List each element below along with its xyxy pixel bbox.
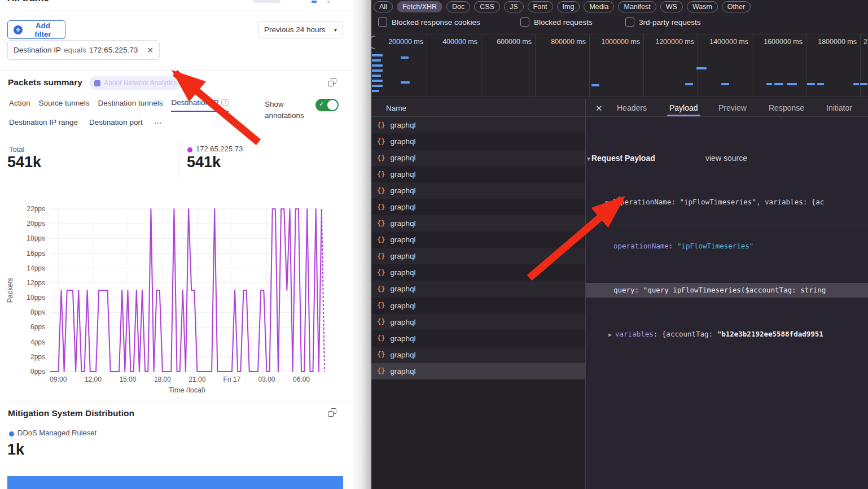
time-range-select[interactable]: Previous 24 hours ▾ [258,21,343,38]
svg-text:21:00: 21:00 [188,376,205,383]
network-request-row[interactable]: {}graphql [371,117,585,133]
waterfall-request-dash [860,83,867,85]
triangle-down-icon: ▼ [586,156,591,162]
book-icon [94,80,100,86]
third-party-requests-checkbox[interactable]: 3rd-party requests [625,18,701,27]
svg-text:10pps: 10pps [27,294,45,302]
request-name: graphql [390,137,415,146]
filter-pill-fetch-xhr[interactable]: Fetch/XHR [397,1,442,12]
analytics-panel: All traffic + Add filter Previous 24 hou… [0,0,371,489]
copy-panel-icon[interactable] [328,408,336,417]
show-annotations-toggle[interactable]: ✓ [315,99,339,111]
svg-text:20pps: 20pps [27,220,45,228]
request-name: graphql [390,334,415,343]
request-name: graphql [390,219,415,228]
triangle-right-icon: ▶ [608,331,615,338]
add-filter-button[interactable]: + Add filter [7,20,65,39]
filter-pill-css[interactable]: CSS [474,1,500,12]
tab-destination-ip-range[interactable]: Destination IP range [9,118,78,127]
detail-tab-headers[interactable]: Headers [617,103,647,112]
network-request-row[interactable]: {}graphql [371,347,585,363]
dimension-tabs-row1: ActionSource tunnelsDestination tunnelsD… [9,98,229,112]
filter-pill-ws[interactable]: WS [660,1,683,12]
divider [0,11,353,11]
filter-pill-img[interactable]: Img [557,1,580,12]
total-label: Total [9,145,24,154]
scrollbar-strip[interactable] [353,0,371,489]
filter-pill-js[interactable]: JS [504,1,524,12]
tab-destination-ip[interactable]: Destination IPi [171,98,229,112]
detail-tab-response[interactable]: Response [769,103,804,112]
mitigation-value: 1k [7,441,24,459]
network-request-row[interactable]: {}graphql [371,330,585,347]
check-icon: ✓ [319,101,324,108]
blocked-response-cookies-checkbox[interactable]: Blocked response cookies [378,18,480,27]
name-column-header[interactable]: Name [371,99,585,117]
filter-pill-all[interactable]: All [374,1,393,12]
remove-filter-icon[interactable]: ✕ [147,46,154,55]
close-icon[interactable]: ✕ [595,103,603,113]
request-name: graphql [390,203,415,211]
tab-destination-tunnels[interactable]: Destination tunnels [98,98,163,112]
network-request-row[interactable]: {}graphql [371,281,585,297]
network-request-row[interactable]: {}graphql [371,298,585,314]
filter-pill-media[interactable]: Media [584,1,614,12]
filter-value: 172.65.225.73 [89,46,138,54]
network-request-row[interactable]: {}graphql [371,215,585,232]
detail-tab-preview[interactable]: Preview [718,103,747,112]
tab-source-tunnels[interactable]: Source tunnels [39,98,90,112]
network-request-row[interactable]: {}graphql [371,232,585,248]
filter-pill-wasm[interactable]: Wasm [687,1,718,12]
detail-tab-initiator[interactable]: Initiator [826,103,852,112]
payload-preview-line[interactable]: ▼ {operationName: "ipFlowTimeseries", va… [586,195,868,209]
payload-query-line[interactable]: query: "query ipFlowTimeseries($accountT… [586,283,868,298]
tab-destination-port[interactable]: Destination port [89,118,143,127]
waterfall-request-dash [372,80,383,82]
network-request-row[interactable]: {}graphql [371,264,585,281]
svg-text:0pps: 0pps [30,368,45,376]
about-network-analytics-badge[interactable]: About Network Analytics [89,76,182,90]
network-overview-timeline[interactable]: 200000 ms400000 ms600000 ms800000 ms1000… [371,34,868,97]
view-source-link[interactable]: view source [705,151,747,165]
cropped-toolbar-fragment [253,0,280,3]
network-request-row[interactable]: {}graphql [371,363,585,379]
filter-pill-manifest[interactable]: Manifest [618,1,656,12]
json-string-value: "b12e3b2192ee5588fdad9951 [717,330,823,338]
toggle-knob [327,100,337,110]
fetch-xhr-icon: {} [377,252,385,260]
filter-pill-other[interactable]: Other [722,1,751,12]
network-request-row[interactable]: {}graphql [371,150,585,166]
network-request-row[interactable]: {}graphql [371,133,585,150]
network-request-row[interactable]: {}graphql [371,182,585,199]
payload-variables-line[interactable]: ▶ variables: {accountTag: "b12e3b2192ee5… [586,327,868,342]
tab-[interactable]: ⋯ [154,118,162,127]
fetch-xhr-icon: {} [377,121,385,129]
fetch-xhr-icon: {} [377,203,385,211]
copy-panel-icon[interactable] [328,78,336,86]
fetch-xhr-icon: {} [377,351,385,359]
screenshot-root: All traffic + Add filter Previous 24 hou… [0,0,868,489]
request-payload-section[interactable]: ▼Request Payloadview source [586,151,868,165]
request-name: graphql [390,268,415,277]
fetch-xhr-icon: {} [377,318,385,326]
detail-tab-payload[interactable]: Payload [669,103,698,112]
waterfall-request-dash [766,83,772,85]
svg-text:03:00: 03:00 [258,376,275,383]
tab-action[interactable]: Action [9,98,30,112]
name-header-label: Name [386,104,406,112]
checkbox-label: Blocked response cookies [392,18,480,27]
checkbox-label: Blocked requests [534,18,593,27]
fetch-xhr-icon: {} [377,285,385,293]
blocked-requests-checkbox[interactable]: Blocked requests [520,18,593,27]
svg-text:22pps: 22pps [27,205,45,213]
ruler-tick-label: 1200000 ms [641,38,694,46]
add-filter-label: Add filter [27,21,59,38]
fetch-xhr-icon: {} [377,138,385,146]
network-request-row[interactable]: {}graphql [371,248,585,264]
filter-chip[interactable]: Destination IP equals 172.65.225.73 ✕ [7,40,160,60]
filter-pill-doc[interactable]: Doc [446,1,470,12]
network-request-row[interactable]: {}graphql [371,199,585,215]
network-request-row[interactable]: {}graphql [371,314,585,330]
filter-pill-font[interactable]: Font [528,1,553,12]
network-request-row[interactable]: {}graphql [371,166,585,182]
